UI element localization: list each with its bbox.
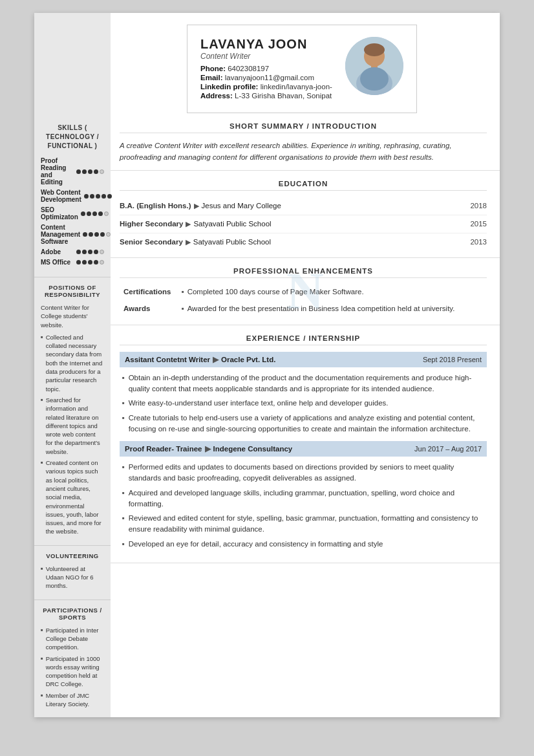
skill-item: Content Management Software [41, 224, 104, 245]
positions-title: POSITIONS OF RESPONSIBILITY [41, 284, 104, 298]
email-label: Email: [200, 74, 223, 81]
candidate-title: Content Writer [200, 52, 332, 61]
skill-dot [94, 260, 98, 265]
exp-bullet-item: Performed edits and updates to documents… [122, 462, 487, 484]
skills-list: Proof Reading and EditingWeb Content Dev… [41, 157, 104, 266]
edu-year: 2018 [470, 202, 487, 210]
skill-dot [82, 169, 87, 174]
exp-header: Assitant Contetnt Writer▶Oracle Pvt. Ltd… [120, 352, 487, 367]
enhancement-row: AwardsAwarded for the best presentation … [120, 301, 487, 318]
positions-bullet-item: Searched for information and related lit… [41, 396, 104, 456]
header-info: LAVANYA JOON Content Writer Phone: 64023… [200, 37, 332, 101]
skill-dots [76, 260, 104, 265]
enhancement-content: Awarded for the best presentation in Bus… [178, 301, 487, 318]
skill-dot [100, 260, 104, 265]
skill-dot [82, 260, 87, 265]
address-value: L-33 Girisha Bhavan, Sonipat [235, 92, 332, 100]
education-row: B.A. (English Hons.)▶Jesus and Mary Coll… [120, 197, 487, 215]
skill-dot [101, 194, 106, 199]
enhancement-bullet: Awarded for the best presentation in Bus… [182, 305, 483, 312]
enhancements-title: PROFESSIONAL ENHANCEMENTS [120, 267, 487, 278]
exp-bullet-item: Developed an eye for detail, accuracy an… [122, 539, 487, 550]
enhancement-label: Certifications [120, 285, 178, 301]
skill-dot [90, 194, 94, 199]
participations-bullet-item: Participated in 1000 words essay writing… [41, 654, 104, 689]
positions-bullet-item: Created content on various topics such a… [41, 459, 104, 536]
skills-section: SKILLS ( TECHNOLOGY / FUNCTIONAL ) Proof… [34, 113, 111, 277]
summary-title: SHORT SUMMARY / INTRODUCTION [120, 122, 487, 133]
skill-item: Proof Reading and Editing [41, 157, 104, 186]
skill-dot [76, 250, 81, 254]
phone-row: Phone: 6402308197 [200, 65, 332, 72]
exp-date: Jun 2017 – Aug 2017 [414, 445, 482, 453]
skills-title: SKILLS ( TECHNOLOGY / FUNCTIONAL ) [41, 124, 104, 151]
edu-left: B.A. (English Hons.)▶Jesus and Mary Coll… [120, 202, 281, 210]
skill-dot [94, 250, 98, 254]
volunteering-section: VOLUNTEERING Volunteered at Udaan NGO fo… [34, 546, 111, 600]
positions-bullets: Collected and collated necessary seconda… [41, 333, 104, 536]
experience-title: EXPERIENCE / INTERNSHIP [120, 334, 487, 345]
edu-left: Senior Secondary▶Satyavati Public School [120, 238, 271, 246]
skill-dot [82, 250, 87, 254]
participations-section: PARTICIPATIONS / SPORTS Participated in … [34, 600, 111, 718]
skill-dots [84, 194, 112, 199]
address-row: Address: L-33 Girisha Bhavan, Sonipat [200, 92, 332, 100]
positions-bullet-item: Collected and collated necessary seconda… [41, 333, 104, 393]
positions-section: POSITIONS OF RESPONSIBILITY Content Writ… [34, 277, 111, 546]
exp-bullets: Performed edits and updates to documents… [120, 462, 487, 550]
skill-dot [88, 169, 92, 174]
participations-bullet-item: Member of JMC Literary Society. [41, 691, 104, 709]
education-row: Higher Secondary▶Satyavati Public School… [120, 215, 487, 233]
email-row: Email: lavanyajoon11@gmail.com [200, 74, 332, 81]
skill-dot [94, 232, 99, 237]
skill-name: SEO Optimizaton [41, 206, 78, 221]
skill-dot [104, 211, 109, 216]
candidate-name: LAVANYA JOON [200, 37, 332, 52]
edu-left: Higher Secondary▶Satyavati Public School [120, 220, 272, 228]
resume-container: LAVANYA JOON Content Writer Phone: 64023… [34, 13, 500, 717]
skill-name: Adobe [41, 248, 74, 255]
skill-dot [98, 211, 103, 216]
edu-year: 2015 [470, 220, 487, 228]
linkedin-label: Linkedin profile: [200, 83, 258, 91]
skill-dot [88, 260, 92, 265]
volunteering-bullet-item: Volunteered at Udaan NGO for 6 months. [41, 565, 104, 590]
exp-header: Proof Reader- Trainee▶Indegene Consultan… [120, 441, 487, 457]
exp-date: Sept 2018 Present [423, 356, 482, 363]
exp-bullet-item: Obtain an in-depth understanding of the … [122, 373, 487, 395]
skill-item: SEO Optimizaton [41, 206, 104, 221]
skill-dots [76, 169, 104, 174]
right-content: SHORT SUMMARY / INTRODUCTION A creative … [111, 113, 500, 717]
enhancement-row: CertificationsCompleted 100 days course … [120, 285, 487, 301]
participations-bullets: Participated in Inter College Debate com… [41, 626, 104, 709]
header: LAVANYA JOON Content Writer Phone: 64023… [187, 25, 417, 113]
enhancements-section: N PROFESSIONAL ENHANCEMENTS Certificatio… [111, 258, 500, 325]
left-top-gray [34, 13, 111, 113]
phone-value: 6402308197 [228, 65, 269, 72]
education-row: Senior Secondary▶Satyavati Public School… [120, 233, 487, 251]
skill-item: Adobe [41, 248, 104, 255]
address-label: Address: [200, 92, 233, 100]
skill-dot [96, 194, 100, 199]
edu-year: 2013 [470, 238, 487, 246]
left-sidebar: SKILLS ( TECHNOLOGY / FUNCTIONAL ) Proof… [34, 113, 111, 717]
svg-point-2 [364, 43, 385, 56]
phone-label: Phone: [200, 65, 226, 72]
skill-dot [89, 232, 93, 237]
skill-name: Proof Reading and Editing [41, 157, 74, 186]
exp-bullet-item: Write easy-to-understand user interface … [122, 398, 487, 409]
participations-bullet-item: Participated in Inter College Debate com… [41, 626, 104, 652]
skill-item: MS Office [41, 259, 104, 266]
enhancements-table: CertificationsCompleted 100 days course … [120, 285, 487, 318]
skill-dot [83, 232, 87, 237]
positions-role: Content Writer for College students' web… [41, 303, 104, 329]
svg-point-5 [360, 67, 389, 91]
skill-dot [87, 211, 91, 216]
participations-title: PARTICIPATIONS / SPORTS [41, 607, 104, 621]
skill-dot [88, 250, 92, 254]
summary-section: SHORT SUMMARY / INTRODUCTION A creative … [111, 113, 500, 171]
skill-dots [81, 211, 109, 216]
enhancement-label: Awards [120, 301, 178, 318]
enhancement-bullet: Completed 100 days course of Page Maker … [182, 288, 483, 296]
exp-bullet-item: Acquired and developed language skills, … [122, 488, 487, 510]
